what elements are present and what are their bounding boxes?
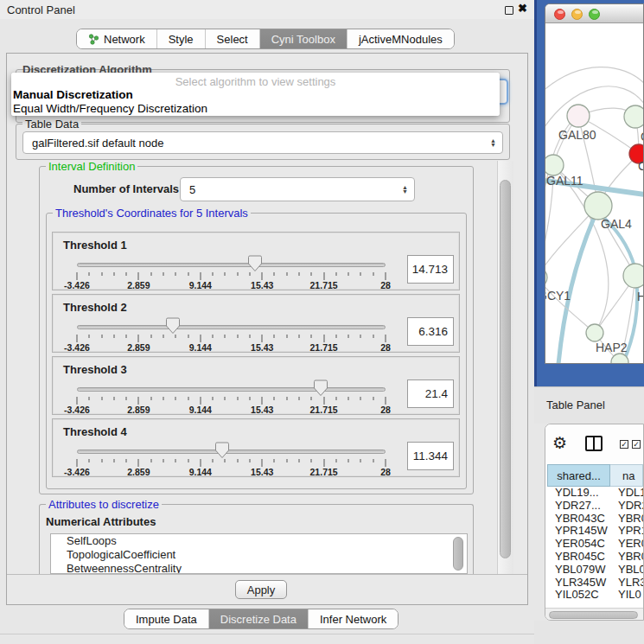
HAP2-node[interactable] <box>586 324 603 341</box>
table-row[interactable]: YDR27...YDR2 <box>547 500 643 513</box>
GAL80-node[interactable] <box>567 105 590 127</box>
table-cell[interactable]: YIL052C <box>547 589 610 602</box>
column-header-name[interactable]: na <box>610 464 643 487</box>
network-canvas[interactable]: GAL80GACGAL11GAL4GCY1HHAP2 <box>545 23 643 364</box>
num-intervals-value: 5 <box>189 183 195 196</box>
numerical-attributes-list[interactable]: SelfLoopsTopologicalCoefficientBetweenne… <box>50 533 468 574</box>
threshold-3-value[interactable]: 21.4 <box>407 379 454 408</box>
table-data-combo[interactable]: galFiltered.sif default node ▲▼ <box>22 131 503 154</box>
threshold-4-box: Threshold 4 -3.4262.8599.14415.4321.7152… <box>52 418 460 477</box>
tick-mark <box>299 272 300 276</box>
settings-scrollbar-thumb[interactable] <box>500 180 511 558</box>
tick-mark <box>348 272 349 276</box>
table-row[interactable]: YIL052CYIL0 <box>547 589 643 602</box>
slider-thumb[interactable] <box>314 379 328 397</box>
table-row[interactable]: YER054CYER0 <box>547 538 643 551</box>
checkbox-icon[interactable]: ✓ <box>620 440 628 449</box>
table-cell[interactable]: YBR043C <box>547 513 610 526</box>
menu-item-equal-width-discretization[interactable]: Equal Width/Frequency Discretization <box>13 102 207 115</box>
table-cell[interactable]: YIL0 <box>610 589 643 602</box>
table-cell[interactable]: YDR2 <box>610 500 643 513</box>
table-hscrollbar-thumb[interactable] <box>549 611 638 619</box>
threshold-4-slider[interactable]: -3.4262.8599.14415.4321.71528 <box>77 419 386 478</box>
threshold-1-value[interactable]: 14.713 <box>407 255 454 284</box>
attribute-list-item[interactable]: SelfLoops <box>51 534 467 548</box>
algorithm-placeholder: Select algorithm to view settings <box>11 75 500 88</box>
tick-mark <box>299 459 300 462</box>
minimize-traffic-icon[interactable] <box>571 9 583 20</box>
menu-item-manual-discretization[interactable]: Manual Discretization <box>13 88 133 101</box>
close-icon[interactable]: ✖ <box>518 2 527 15</box>
table-cell[interactable]: YDR27... <box>547 500 610 513</box>
threshold-4-value[interactable]: 11.344 <box>407 442 454 470</box>
GAL11-node[interactable] <box>545 155 564 175</box>
table-cell[interactable]: YPR1 <box>610 525 643 538</box>
GCY1-node[interactable] <box>545 267 547 288</box>
split-columns-icon[interactable] <box>585 436 603 451</box>
top-right-node[interactable] <box>624 105 643 128</box>
tick-mark <box>89 397 90 400</box>
table-cell[interactable]: YER054C <box>547 538 610 551</box>
attributes-list-scrollbar[interactable] <box>453 537 463 571</box>
tab-network[interactable]: Network <box>77 29 157 48</box>
tab-cyni-toolbox[interactable]: Cyni Toolbox <box>260 29 348 48</box>
table-row[interactable]: YLR345WYLR3 <box>547 577 643 590</box>
attribute-list-item[interactable]: BetweennessCentrality <box>51 562 467 574</box>
gear-icon[interactable]: ⚙ <box>552 433 567 452</box>
combo-arrows-icon: ▲▼ <box>402 178 408 201</box>
checkbox-icon[interactable]: ✓ <box>632 440 641 449</box>
slider-track[interactable] <box>77 387 386 392</box>
table-cell[interactable]: YBL0 <box>610 564 643 577</box>
table-row[interactable]: YDL19...YDL1 <box>547 487 643 500</box>
column-header-shared[interactable]: shared... <box>547 464 610 487</box>
table-cell[interactable]: YBR045C <box>547 551 610 564</box>
tab-infer-network[interactable]: Infer Network <box>309 609 398 628</box>
table-cell[interactable]: YPR145W <box>547 525 610 538</box>
table-hscrollbar[interactable] <box>545 608 643 620</box>
threshold-2-slider[interactable]: -3.4262.8599.14415.4321.71528 <box>77 295 386 354</box>
table-row[interactable]: YBR043CYBR0 <box>547 513 643 526</box>
tick-mark <box>323 272 324 280</box>
slider-track[interactable] <box>77 325 386 329</box>
slider-track[interactable] <box>77 450 386 454</box>
zoom-traffic-icon[interactable] <box>589 9 600 20</box>
tick-mark <box>101 335 102 338</box>
tab-select[interactable]: Select <box>206 29 260 48</box>
tick-mark <box>237 272 238 276</box>
tick-mark <box>138 335 139 342</box>
tab-jactivemnodules[interactable]: jActiveMNodules <box>348 29 454 48</box>
attribute-list-item[interactable]: TopologicalCoefficient <box>51 548 467 562</box>
table-cell[interactable]: YBL079W <box>547 564 610 577</box>
tab-discretize-data[interactable]: Discretize Data <box>209 609 309 628</box>
tick-label: 21.715 <box>310 467 338 477</box>
GAL4-node[interactable] <box>584 192 612 220</box>
table-cell[interactable]: YBR0 <box>610 551 643 564</box>
table-cell[interactable]: YDL19... <box>547 487 610 500</box>
num-intervals-combo[interactable]: 5 ▲▼ <box>180 177 415 201</box>
slider-track[interactable] <box>77 263 386 267</box>
table-row[interactable]: YPR145WYPR1 <box>547 525 643 538</box>
slider-thumb[interactable] <box>248 255 263 272</box>
table-row[interactable]: YBR045CYBR0 <box>547 551 643 564</box>
threshold-3-slider[interactable]: -3.4262.8599.14415.4321.71528 <box>77 357 386 416</box>
float-window-icon[interactable] <box>505 6 513 15</box>
tick-mark <box>225 335 226 338</box>
threshold-1-slider[interactable]: -3.4262.8599.14415.4321.71528 <box>77 233 386 291</box>
node-label: GAL80 <box>558 128 596 142</box>
table-cell[interactable]: YER0 <box>610 538 643 551</box>
table-cell[interactable]: YDL1 <box>610 487 643 500</box>
slider-thumb[interactable] <box>214 442 229 459</box>
close-traffic-icon[interactable] <box>554 9 565 20</box>
tab-style[interactable]: Style <box>157 29 206 48</box>
network-window-titlebar[interactable] <box>545 4 643 23</box>
tab-impute-data[interactable]: Impute Data <box>124 609 209 628</box>
table-cell[interactable]: YLR3 <box>610 577 643 590</box>
table-cell[interactable]: YLR345W <box>547 577 610 590</box>
slider-thumb[interactable] <box>165 317 180 335</box>
table-cell[interactable]: YBR0 <box>610 513 643 526</box>
table-row[interactable]: YBL079WYBL0 <box>547 564 643 577</box>
mid-right-node[interactable] <box>623 264 643 288</box>
threshold-2-value[interactable]: 6.316 <box>407 317 454 346</box>
algorithm-dropdown-popup: Select algorithm to view settings Manual… <box>11 73 500 116</box>
apply-button[interactable]: Apply <box>235 580 287 599</box>
